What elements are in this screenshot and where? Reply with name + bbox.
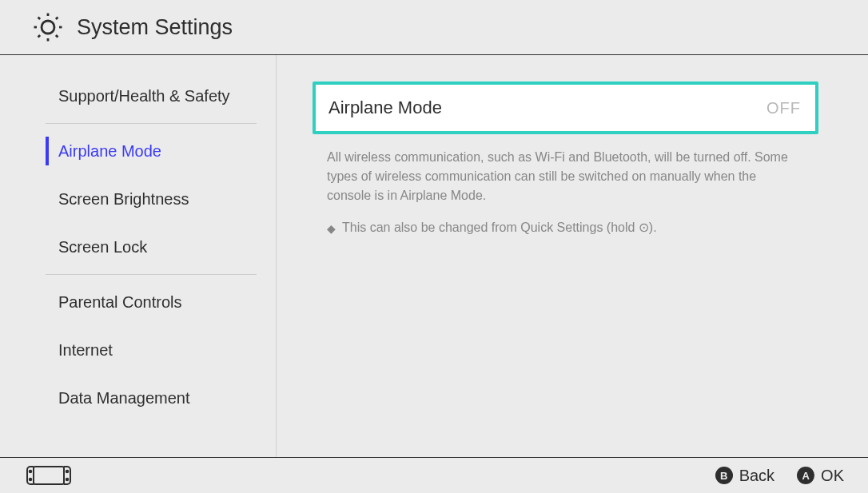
back-button[interactable]: B Back	[715, 467, 774, 485]
sidebar-item-label: Data Management	[58, 389, 190, 408]
airplane-mode-toggle[interactable]: Airplane Mode OFF	[313, 82, 818, 134]
setting-value: OFF	[766, 99, 801, 117]
sidebar-item-label: Airplane Mode	[58, 142, 161, 161]
svg-line-8	[38, 18, 41, 20]
main-panel: Airplane Mode OFF All wireless communica…	[277, 55, 868, 457]
sidebar-item-internet[interactable]: Internet	[0, 326, 257, 374]
svg-line-6	[38, 35, 41, 38]
description: All wireless communication, such as Wi-F…	[313, 148, 818, 237]
sidebar-item-label: Parental Controls	[58, 293, 182, 312]
sidebar-item-support[interactable]: Support/Health & Safety	[0, 72, 257, 120]
sidebar-item-screen-brightness[interactable]: Screen Brightness	[0, 175, 257, 223]
setting-label: Airplane Mode	[328, 97, 442, 118]
sidebar-group: Airplane Mode Screen Brightness Screen L…	[46, 124, 257, 275]
svg-line-5	[56, 18, 58, 20]
sidebar-group: Parental Controls Internet Data Manageme…	[46, 275, 257, 425]
page-title: System Settings	[77, 15, 233, 40]
diamond-icon: ◆	[327, 220, 336, 237]
ok-button[interactable]: A OK	[797, 467, 844, 485]
sidebar-item-data-management[interactable]: Data Management	[0, 374, 257, 422]
sidebar-item-parental-controls[interactable]: Parental Controls	[0, 278, 257, 326]
sidebar-item-label: Support/Health & Safety	[58, 87, 230, 105]
svg-rect-9	[34, 467, 64, 484]
gear-icon	[34, 13, 62, 42]
header: System Settings	[0, 0, 868, 55]
svg-point-0	[42, 21, 54, 34]
sidebar-item-label: Internet	[58, 341, 113, 360]
sidebar-group: Support/Health & Safety	[46, 69, 257, 124]
sidebar: Support/Health & Safety Airplane Mode Sc…	[0, 55, 277, 457]
content: Support/Health & Safety Airplane Mode Sc…	[0, 55, 868, 457]
svg-point-11	[66, 471, 69, 473]
svg-point-10	[30, 471, 32, 473]
sidebar-item-label: Screen Lock	[58, 238, 147, 256]
sidebar-item-label: Screen Brightness	[58, 190, 189, 209]
description-text: All wireless communication, such as Wi-F…	[327, 148, 802, 205]
svg-point-13	[66, 479, 69, 481]
sidebar-item-screen-lock[interactable]: Screen Lock	[0, 223, 257, 271]
button-label: Back	[739, 467, 774, 485]
footer-buttons: B Back A OK	[715, 467, 844, 485]
svg-point-12	[30, 479, 32, 481]
svg-line-7	[56, 35, 58, 38]
b-button-icon: B	[715, 467, 733, 484]
description-note: ◆ This can also be changed from Quick Se…	[327, 220, 802, 237]
button-label: OK	[821, 467, 844, 485]
controller-icon	[26, 465, 72, 486]
a-button-icon: A	[797, 467, 814, 484]
sidebar-item-airplane-mode[interactable]: Airplane Mode	[0, 127, 257, 175]
footer: B Back A OK	[0, 457, 868, 493]
note-text: This can also be changed from Quick Sett…	[342, 220, 657, 235]
